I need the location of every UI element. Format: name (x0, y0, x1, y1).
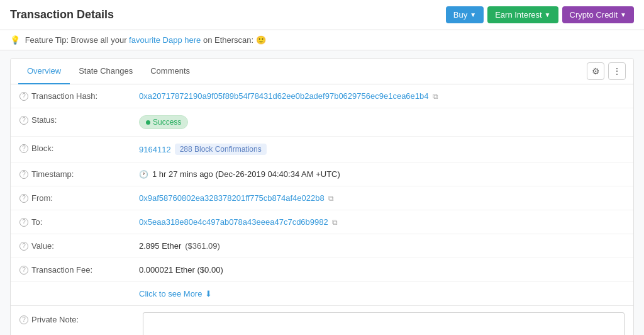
transaction-hash-help-icon[interactable]: ? (19, 92, 28, 101)
click-more-value: Click to see More ⬇ (139, 289, 625, 298)
timestamp-label: ? Timestamp: (19, 169, 139, 179)
transaction-fee-row: ? Transaction Fee: 0.000021 Ether ($0.00… (11, 258, 633, 282)
main-content: Overview State Changes Comments ⚙ ⋮ ? Tr… (10, 58, 634, 335)
to-value: 0x5eaa318e80e4c497ab078a43eeea47c7cd6b99… (139, 217, 625, 227)
block-help-icon[interactable]: ? (19, 144, 28, 153)
tab-comments[interactable]: Comments (142, 59, 199, 84)
to-row: ? To: 0x5eaa318e80e4c497ab078a43eeea47c7… (11, 210, 633, 234)
crypto-chevron-icon: ▼ (620, 11, 626, 18)
buy-chevron-icon: ▼ (470, 11, 476, 18)
status-row: ? Status: Success (11, 108, 633, 137)
click-more-row: Click to see More ⬇ (11, 282, 633, 305)
status-help-icon[interactable]: ? (19, 116, 28, 125)
transaction-fee-label: ? Transaction Fee: (19, 265, 139, 275)
private-note-row: ? Private Note: Tip: A private note (up … (19, 312, 625, 335)
to-copy-icon[interactable]: ⧉ (332, 218, 338, 227)
tabs-bar: Overview State Changes Comments ⚙ ⋮ (11, 59, 633, 84)
more-options-button[interactable]: ⋮ (608, 62, 626, 80)
tab-overview[interactable]: Overview (18, 59, 70, 84)
transaction-hash-copy-icon[interactable]: ⧉ (433, 92, 438, 101)
dots-icon: ⋮ (613, 66, 621, 76)
value-ether: 2.895 Ether (139, 241, 181, 251)
transaction-hash-link[interactable]: 0xa20717872190a9f05f89b54f78431d62ee0b2a… (139, 91, 429, 101)
lightbulb-icon: 💡 (10, 35, 20, 45)
gear-icon: ⚙ (592, 66, 600, 76)
feature-tip: 💡 Feature Tip: Browse all your favourite… (0, 30, 644, 50)
private-note-label: ? Private Note: (19, 312, 139, 324)
block-row: ? Block: 9164112 288 Block Confirmations (11, 137, 633, 162)
block-number-link[interactable]: 9164112 (139, 145, 171, 154)
to-address-link[interactable]: 0x5eaa318e80e4c497ab078a43eeea47c7cd6b99… (139, 217, 328, 227)
from-label: ? From: (19, 193, 139, 203)
to-label: ? To: (19, 217, 139, 227)
dapp-link[interactable]: favourite Dapp here (129, 35, 201, 45)
status-dot (146, 120, 150, 125)
timestamp-help-icon[interactable]: ? (19, 170, 28, 179)
from-help-icon[interactable]: ? (19, 194, 28, 203)
fee-help-icon[interactable]: ? (19, 266, 28, 275)
status-value: Success (139, 115, 625, 129)
timestamp-value: 🕐 1 hr 27 mins ago (Dec-26-2019 04:40:34… (139, 169, 625, 179)
click-more-button[interactable]: Click to see More ⬇ (139, 289, 212, 298)
tab-state-changes[interactable]: State Changes (70, 59, 142, 84)
earn-interest-button[interactable]: Earn Interest ▼ (487, 6, 558, 23)
chevron-down-icon: ⬇ (205, 289, 212, 298)
transaction-fee-value: 0.000021 Ether ($0.00) (139, 265, 625, 275)
transaction-hash-value: 0xa20717872190a9f05f89b54f78431d62ee0b2a… (139, 91, 625, 101)
from-row: ? From: 0x9af58760802ea328378201ff775cb8… (11, 186, 633, 210)
detail-table: ? Transaction Hash: 0xa20717872190a9f05f… (11, 84, 633, 305)
clock-icon: 🕐 (139, 170, 148, 179)
private-note-help-icon[interactable]: ? (19, 315, 28, 324)
page-title: Transaction Details (10, 8, 114, 21)
private-note-input-wrap: Tip: A private note (up to 100 character… (143, 312, 625, 335)
private-note-textarea[interactable] (143, 312, 625, 335)
status-label: ? Status: (19, 115, 139, 125)
value-label: ? Value: (19, 241, 139, 251)
buy-button[interactable]: Buy ▼ (446, 6, 484, 23)
from-value: 0x9af58760802ea328378201ff775cb874af4e02… (139, 193, 625, 203)
top-buttons: Buy ▼ Earn Interest ▼ Crypto Credit ▼ (446, 6, 634, 23)
status-badge: Success (139, 115, 188, 129)
tab-action-icons: ⚙ ⋮ (587, 62, 626, 80)
timestamp-row: ? Timestamp: 🕐 1 hr 27 mins ago (Dec-26-… (11, 162, 633, 186)
crypto-credit-button[interactable]: Crypto Credit ▼ (562, 6, 634, 23)
transaction-hash-label: ? Transaction Hash: (19, 91, 139, 101)
block-label: ? Block: (19, 144, 139, 153)
settings-icon-button[interactable]: ⚙ (587, 62, 604, 80)
block-confirmations-badge: 288 Block Confirmations (175, 144, 267, 155)
transaction-hash-row: ? Transaction Hash: 0xa20717872190a9f05f… (11, 84, 633, 108)
to-help-icon[interactable]: ? (19, 218, 28, 227)
block-value: 9164112 288 Block Confirmations (139, 144, 625, 155)
earn-chevron-icon: ▼ (545, 11, 551, 18)
value-help-icon[interactable]: ? (19, 242, 28, 251)
value-row: ? Value: 2.895 Ether ($361.09) (11, 234, 633, 258)
from-copy-icon[interactable]: ⧉ (328, 194, 334, 203)
value-value: 2.895 Ether ($361.09) (139, 241, 625, 251)
value-usd: ($361.09) (185, 241, 220, 251)
from-address-link[interactable]: 0x9af58760802ea328378201ff775cb874af4e02… (139, 193, 325, 203)
top-bar: Transaction Details Buy ▼ Earn Interest … (0, 0, 644, 30)
private-note-section: ? Private Note: Tip: A private note (up … (11, 305, 633, 335)
